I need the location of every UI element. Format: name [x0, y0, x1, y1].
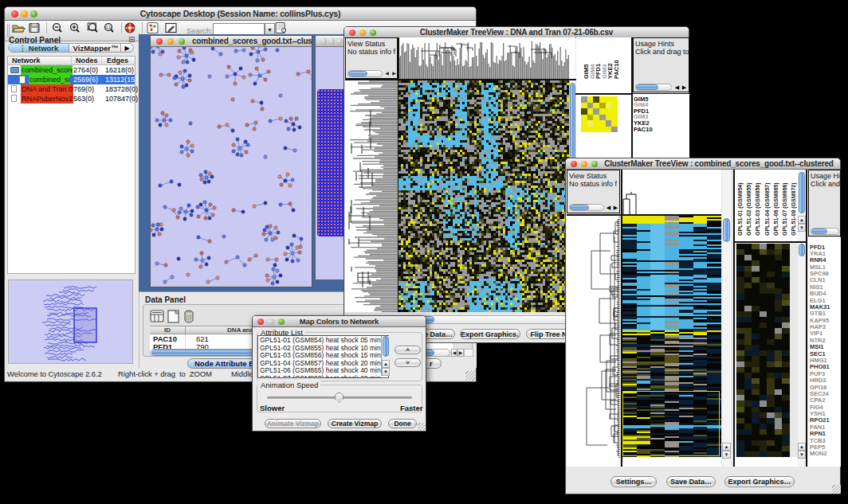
svg-text:1:1: 1:1 — [106, 25, 112, 29]
